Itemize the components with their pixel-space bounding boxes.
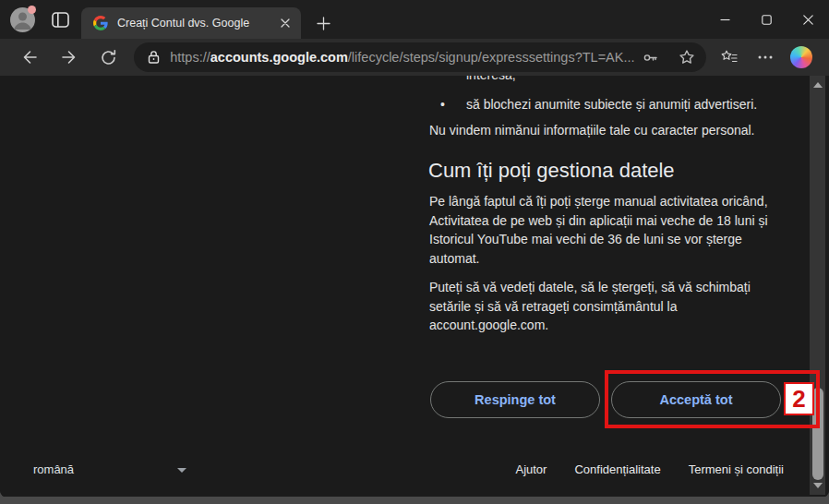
data-management-paragraph: Puteți să vă vedeți datele, să le șterge… [429, 278, 808, 335]
footer-link-privacy[interactable]: Confidențialitate [574, 462, 660, 476]
reject-all-button[interactable]: Respinge tot [430, 381, 600, 418]
clipped-text-line: interesa, [466, 76, 516, 85]
scrollbar[interactable] [810, 76, 825, 495]
url-path: /lifecycle/steps/signup/expresssettings?… [348, 50, 635, 65]
language-selector[interactable]: română [33, 462, 74, 476]
new-tab-button[interactable] [312, 12, 334, 34]
browser-toolbar: https://accounts.google.com/lifecycle/st… [0, 39, 829, 76]
url-text: https://accounts.google.com/lifecycle/st… [170, 50, 634, 65]
key-icon[interactable] [643, 50, 658, 66]
browser-window: Creați Contul dvs. Google [0, 0, 829, 498]
bullet-marker: • [440, 95, 445, 114]
address-bar[interactable]: https://accounts.google.com/lifecycle/st… [134, 42, 705, 72]
close-icon[interactable] [787, 0, 829, 39]
titlebar: Creați Contul dvs. Google [0, 0, 829, 39]
section-heading: Cum îți poți gestiona datele [428, 159, 675, 183]
back-icon[interactable] [9, 39, 49, 76]
data-retention-paragraph: Pe lângă faptul că îți poți șterge manua… [429, 192, 808, 268]
forward-icon[interactable] [49, 39, 89, 76]
tab-close-icon[interactable] [277, 15, 294, 31]
annotation-step-label: 2 [784, 382, 814, 415]
page-content: interesa, • să blochezi anumite subiecte… [0, 76, 829, 498]
notification-badge [28, 6, 36, 14]
footer-link-terms[interactable]: Termeni și condiții [689, 462, 784, 476]
refresh-icon[interactable] [89, 39, 128, 76]
url-protocol: https:// [170, 50, 210, 65]
lock-icon [147, 50, 161, 65]
scroll-down-icon[interactable] [813, 483, 823, 488]
minimize-icon[interactable] [704, 0, 746, 39]
favorite-star-icon[interactable] [679, 49, 695, 66]
google-favicon [93, 16, 108, 30]
maximize-icon[interactable] [746, 0, 787, 39]
settings-more-icon[interactable] [748, 39, 784, 76]
browser-tab[interactable]: Creați Contul dvs. Google [81, 7, 301, 39]
tab-actions-icon[interactable] [50, 11, 70, 29]
favorites-hub-icon[interactable] [712, 39, 748, 76]
copilot-icon[interactable] [784, 39, 820, 76]
footer-link-help[interactable]: Ajutor [515, 462, 547, 476]
desktop-edge [0, 497, 829, 504]
window-controls [704, 0, 829, 39]
url-domain: accounts.google.com [210, 50, 348, 65]
scroll-up-icon[interactable] [813, 82, 823, 88]
bullet-item: să blochezi anumite subiecte și anumiți … [466, 95, 757, 114]
footer-links: Ajutor Confidențialitate Termeni și cond… [515, 462, 784, 476]
tab-title: Creați Contul dvs. Google [117, 17, 277, 30]
no-sell-note: Nu vindem nimănui informațiile tale cu c… [429, 121, 755, 140]
chevron-down-icon[interactable] [177, 468, 186, 473]
